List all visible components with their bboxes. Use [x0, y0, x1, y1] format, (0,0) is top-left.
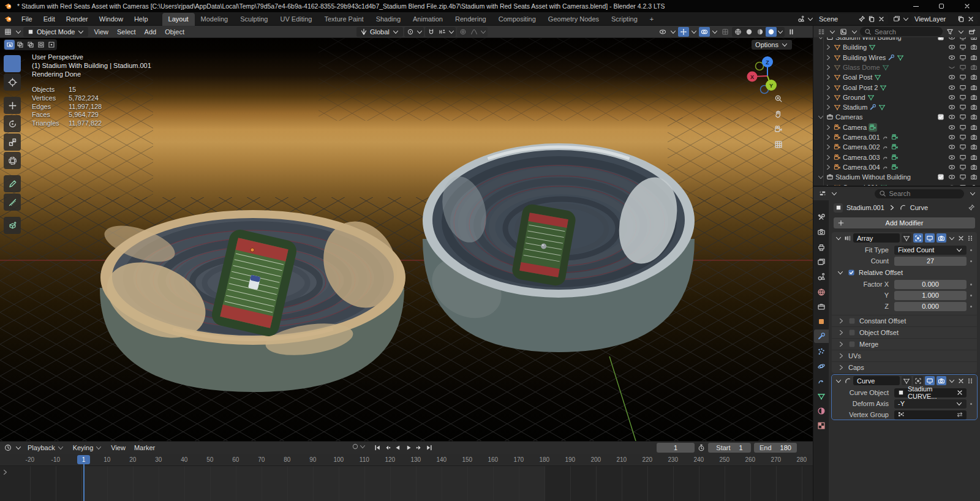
timeline-ruler[interactable]: -20-101020304050607080901001101201301401… [0, 454, 813, 466]
outliner-row-ground-001[interactable]: Ground.001 [813, 183, 980, 186]
workspace-tab-modeling[interactable]: Modeling [195, 13, 235, 26]
timeline-menu-playback[interactable]: Playback [23, 443, 69, 453]
curve-object-field[interactable]: Stadium CURVE... [894, 388, 967, 397]
viewport-grid-button[interactable] [774, 140, 783, 149]
select-mode-extend[interactable] [15, 40, 25, 50]
monitor-icon[interactable] [959, 164, 967, 171]
on-cage-toggle[interactable] [913, 233, 923, 243]
close-button[interactable] [954, 0, 980, 12]
navigation-gizmo[interactable]: Z X Y [747, 55, 788, 97]
funnel-filter-icon[interactable] [944, 27, 956, 37]
camera-photo-icon[interactable] [970, 54, 978, 61]
monitor-icon[interactable] [959, 173, 967, 181]
monitor-icon[interactable] [959, 143, 967, 151]
camera-photo-icon[interactable] [970, 164, 978, 171]
camera-photo-icon[interactable] [970, 73, 978, 81]
eye-icon[interactable] [948, 113, 956, 121]
playhead-line[interactable] [83, 464, 85, 501]
play-button[interactable] [404, 443, 413, 453]
frame-start-field[interactable]: Start1 [708, 443, 751, 453]
outliner-editor[interactable]: Search Stadium With BuildingBuildingBuil… [813, 26, 980, 187]
properties-search-input[interactable]: Search [875, 189, 964, 198]
workspace-tab-scripting[interactable]: Scripting [605, 13, 644, 26]
outliner-row-stadium[interactable]: Stadium [813, 102, 980, 112]
select-mode-subtract[interactable] [25, 40, 36, 50]
show-render-toggle[interactable] [937, 376, 946, 385]
outliner-row-goal-post-2[interactable]: Goal Post 2 [813, 83, 980, 92]
eye-icon[interactable] [948, 43, 956, 51]
editor-type-icon[interactable] [2, 27, 13, 37]
properties-tab-collection[interactable] [814, 300, 829, 314]
outliner-row-camera[interactable]: Camera [813, 122, 980, 132]
camera-photo-icon[interactable] [970, 124, 978, 131]
properties-tab-wrench[interactable] [814, 330, 829, 343]
properties-tab-tool[interactable] [814, 211, 829, 224]
camera-photo-icon[interactable] [970, 173, 978, 181]
monitor-icon[interactable] [959, 124, 967, 131]
camera-photo-icon[interactable] [970, 104, 978, 111]
outliner-row-building-wires[interactable]: Building Wires [813, 53, 980, 62]
eye-icon[interactable] [948, 54, 956, 61]
monitor-icon[interactable] [959, 113, 967, 121]
subpanel-constant-offset[interactable]: Constant Offset [832, 315, 977, 326]
properties-tab-particles[interactable] [814, 345, 829, 358]
tool-measure[interactable] [4, 194, 21, 211]
monitor-icon[interactable] [959, 37, 967, 41]
outliner-row-camera-002[interactable]: Camera.002 [813, 142, 980, 152]
monitor-icon[interactable] [959, 43, 967, 51]
eye-icon[interactable] [948, 84, 956, 91]
workspace-tab-rendering[interactable]: Rendering [449, 13, 492, 26]
subpanel-merge[interactable]: Merge [832, 338, 977, 350]
object-icon[interactable] [834, 203, 843, 213]
timeline-menu-keying[interactable]: Keying [69, 443, 107, 453]
camera-photo-icon[interactable] [970, 184, 978, 186]
viewport-menu-object[interactable]: Object [160, 27, 189, 37]
key-next-button[interactable] [414, 443, 424, 453]
properties-tab-material[interactable] [814, 404, 829, 418]
minimize-button[interactable] [903, 0, 929, 12]
new-collection-icon[interactable] [967, 27, 978, 37]
gizmos-toggle[interactable] [678, 27, 689, 37]
outliner-display-mode-icon[interactable] [816, 27, 827, 37]
checkbox-on-icon[interactable] [937, 173, 944, 181]
outliner-row-building[interactable]: Building [813, 42, 980, 52]
maximize-button[interactable] [929, 0, 954, 12]
properties-tab-constraint[interactable] [814, 374, 829, 388]
tool-add-cube[interactable] [4, 217, 21, 234]
snap-controls[interactable] [425, 27, 456, 37]
add-modifier-button[interactable]: Add Modifier [834, 217, 975, 228]
camera-photo-icon[interactable] [970, 43, 978, 51]
orientation-dropdown[interactable]: Global [356, 27, 403, 37]
factor-y-field[interactable]: 1.000 [894, 291, 967, 300]
outliner-row-ground[interactable]: Ground [813, 92, 980, 102]
camera-photo-icon[interactable] [970, 37, 978, 41]
outliner-row-cameras[interactable]: Cameras [813, 112, 980, 122]
properties-tab-texture[interactable] [814, 419, 829, 432]
breadcrumb-object[interactable]: Stadium.001 [846, 204, 884, 211]
monitor-icon[interactable] [959, 94, 967, 101]
show-viewport-toggle[interactable] [925, 376, 935, 385]
on-cage-toggle[interactable] [913, 376, 923, 385]
subpanel-object-offset[interactable]: Object Offset [832, 326, 977, 338]
shading-modes[interactable] [732, 27, 785, 37]
eye-icon[interactable] [948, 184, 956, 186]
eye-icon[interactable] [948, 73, 956, 81]
outliner-row-goal-post[interactable]: Goal Post [813, 72, 980, 82]
viewport-menu-add[interactable]: Add [140, 27, 161, 37]
workspace-tab-compositing[interactable]: Compositing [492, 13, 542, 26]
menu-help[interactable]: Help [129, 13, 154, 24]
factor-z-field[interactable]: 0.000 [894, 302, 967, 311]
properties-editor-type-icon[interactable] [817, 189, 828, 198]
properties-tab-world[interactable] [814, 285, 829, 299]
workspace-tab-geometry-nodes[interactable]: Geometry Nodes [542, 13, 605, 26]
eye-icon[interactable] [948, 37, 956, 41]
workspace-tab-texture-paint[interactable]: Texture Paint [318, 13, 369, 26]
frame-end-field[interactable]: End180 [754, 443, 797, 453]
monitor-icon[interactable] [959, 73, 967, 81]
count-field[interactable]: 27 [894, 257, 967, 266]
tool-select-box[interactable] [4, 55, 21, 72]
pause-render-button[interactable] [786, 27, 797, 37]
eye-icon[interactable] [948, 124, 956, 131]
camera-photo-icon[interactable] [970, 64, 978, 71]
timeline-editor-type-icon[interactable] [2, 443, 13, 453]
